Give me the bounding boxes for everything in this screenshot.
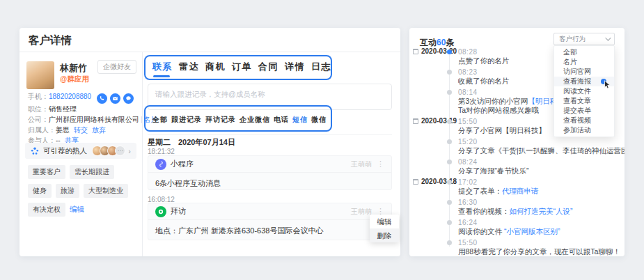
tab-opportunity[interactable]: 商机 xyxy=(205,61,226,77)
filter-sms[interactable]: 短信 xyxy=(292,115,308,125)
owner-value: 姜思 xyxy=(56,126,70,134)
event-time: 16:30 xyxy=(458,198,625,207)
customer-name: 林新竹 xyxy=(60,62,87,75)
chevron-down-icon xyxy=(605,35,611,40)
feed-type-label: 小程序 xyxy=(171,159,194,169)
customer-handle: @群应用 xyxy=(60,75,89,84)
option-view-poster[interactable]: 查看海报 xyxy=(554,77,614,86)
event-time: 15:50 xyxy=(458,238,625,247)
tab-contract[interactable]: 合同 xyxy=(258,61,278,77)
panel-header: 客户详情 xyxy=(19,28,400,52)
option-visit-site[interactable]: 访问官网 xyxy=(554,67,614,77)
event-time: 16:24 xyxy=(458,218,625,227)
filter-visit-record[interactable]: 拜访记录 xyxy=(205,115,236,125)
job-row: 职位：销售经理 xyxy=(28,104,139,114)
menu-edit[interactable]: 编辑 xyxy=(370,215,399,228)
option-view-video[interactable]: 查看视频 xyxy=(554,116,614,125)
feed-card-miniprogram: 小程序 王萌萌 ⋮ 6条小程序互动消息 xyxy=(148,155,392,190)
file-link[interactable]: “小官网版本区别” xyxy=(504,227,560,235)
event-text: 查看你的视频：如何打造完美“人设” xyxy=(458,207,625,216)
menu-delete[interactable]: 删除 xyxy=(370,228,399,242)
feed-owner: 王萌萌 xyxy=(351,207,372,217)
tab-detail[interactable]: 详情 xyxy=(285,61,305,77)
referral-label: 可引荐的熟人 xyxy=(43,146,87,156)
feed-date-header: 星期二 2020年07月14日 xyxy=(148,137,235,148)
miniprogram-icon xyxy=(155,159,166,170)
transfer-link[interactable]: 转交 xyxy=(74,126,88,134)
job-label: 职位： xyxy=(28,105,49,113)
filter-all[interactable]: 全部 xyxy=(152,115,168,125)
mail-icon[interactable] xyxy=(110,93,120,104)
calendar-icon xyxy=(413,179,418,185)
mouse-cursor-icon xyxy=(604,80,611,92)
feed-owner: 王萌萌 xyxy=(351,160,372,169)
tab-order[interactable]: 订单 xyxy=(232,61,252,77)
tag: 需长期跟进 xyxy=(70,165,114,179)
tag: 健身 xyxy=(28,184,52,198)
timeline-dot xyxy=(447,240,452,245)
company-label: 公司： xyxy=(28,116,49,123)
event-text: 分享了文章《干货|扒一扒醒狮、李佳琦的神仙运营团队》。 xyxy=(458,146,625,155)
edit-tags-link[interactable]: 编辑 xyxy=(70,205,84,215)
call-icon[interactable] xyxy=(97,93,107,104)
event-time: 08:24 xyxy=(458,157,625,166)
option-view-article[interactable]: 查看文章 xyxy=(554,96,614,106)
option-label: 查看海报 xyxy=(563,77,591,85)
more-actions-icon[interactable]: ⋮ xyxy=(377,160,384,169)
timeline-dot xyxy=(447,139,452,144)
feed-card-header: 小程序 王萌萌 ⋮ xyxy=(148,156,391,173)
timeline-group: 2020-03-18 17:02 提交了表单：代理商申请 16:30 查看你的视… xyxy=(458,178,625,256)
option-business-card[interactable]: 名片 xyxy=(554,57,614,67)
filter-followup-record[interactable]: 跟进记录 xyxy=(171,115,202,125)
tag-list: 重要客户 需长期跟进 健身 旅游 大型制造业 有决定权 编辑 xyxy=(28,165,138,217)
referral-row[interactable]: 可引荐的熟人 ⋯ › xyxy=(25,143,136,159)
abandon-link[interactable]: 放弃 xyxy=(92,126,106,134)
tab-radar[interactable]: 雷达 xyxy=(179,61,199,77)
tag: 重要客户 xyxy=(28,165,65,179)
timeline-dot-active xyxy=(447,49,452,54)
filter-phone[interactable]: 电话 xyxy=(274,115,289,125)
timeline-dot xyxy=(447,180,452,185)
tab-log[interactable]: 日志 xyxy=(311,61,331,77)
record-filter-bar: 全部 跟进记录 拜访记录 企业微信 电话 短信 微信 xyxy=(152,115,327,125)
calendar-icon xyxy=(413,118,418,124)
video-link[interactable]: 如何打造完美“人设” xyxy=(510,207,573,215)
profile-fields: 手机：18820208880 职位：销售经理 公司：广州群应用网络科技有限公司|… xyxy=(28,91,139,146)
filter-wechat[interactable]: 微信 xyxy=(311,115,327,125)
feed-card-visit: 拜访 王萌萌 ⋮ 地点：广东广州 新港东路630-638号国际会议中心 xyxy=(148,203,392,240)
event-text: 分享了海报“春节快乐” xyxy=(458,166,625,176)
timeline-event: 08:24 分享了海报“春节快乐” xyxy=(458,157,625,176)
job-value: 销售经理 xyxy=(49,105,77,113)
behavior-filter-select[interactable]: 客户行为 xyxy=(553,33,615,45)
phone-number[interactable]: 18820208880 xyxy=(49,93,91,100)
company-row: 公司：广州群应用网络科技有限公司|名片 xyxy=(28,115,139,125)
timeline-dot xyxy=(447,119,452,124)
option-all[interactable]: 全部 xyxy=(554,47,614,57)
referral-avatars: ⋯ xyxy=(92,146,125,156)
option-join-activity[interactable]: 参加活动 xyxy=(554,125,614,135)
chevron-right-icon: › xyxy=(128,147,131,155)
event-text: 用88秒看完了你分享的文章，现在可以跟Ta聊聊！ xyxy=(458,247,625,256)
divider xyxy=(148,134,392,135)
wecom-chat-icon[interactable] xyxy=(123,93,134,104)
timeline-dot xyxy=(447,200,452,205)
tag: 大型制造业 xyxy=(84,184,128,198)
event-time: 17:02 xyxy=(458,178,625,187)
tab-contact[interactable]: 联系 xyxy=(152,61,173,77)
event-text: 阅读你的文件 “小官网版本区别” xyxy=(458,227,625,236)
filter-wecom[interactable]: 企业微信 xyxy=(239,115,270,125)
calendar-icon xyxy=(413,49,418,54)
profile-section: 林新竹 @群应用 企微好友 手机：18820208880 职位：销售经理 公司：… xyxy=(19,52,143,256)
form-link[interactable]: 代理商申请 xyxy=(502,187,539,195)
separator: | xyxy=(141,116,143,123)
option-submit-form[interactable]: 提交表单 xyxy=(554,106,614,116)
wecom-friend-badge: 企微好友 xyxy=(97,60,136,74)
feed-card-header: 拜访 王萌萌 ⋮ xyxy=(148,203,391,220)
followup-input[interactable] xyxy=(148,84,392,110)
timeline-dot xyxy=(447,70,452,75)
contact-icons xyxy=(94,93,134,104)
owner-label: 归属人： xyxy=(28,126,56,134)
event-text: 提交了表单：代理商申请 xyxy=(458,187,625,196)
timeline-event: 16:30 查看你的视频：如何打造完美“人设” xyxy=(458,198,625,216)
context-menu: 编辑 删除 xyxy=(370,215,399,242)
